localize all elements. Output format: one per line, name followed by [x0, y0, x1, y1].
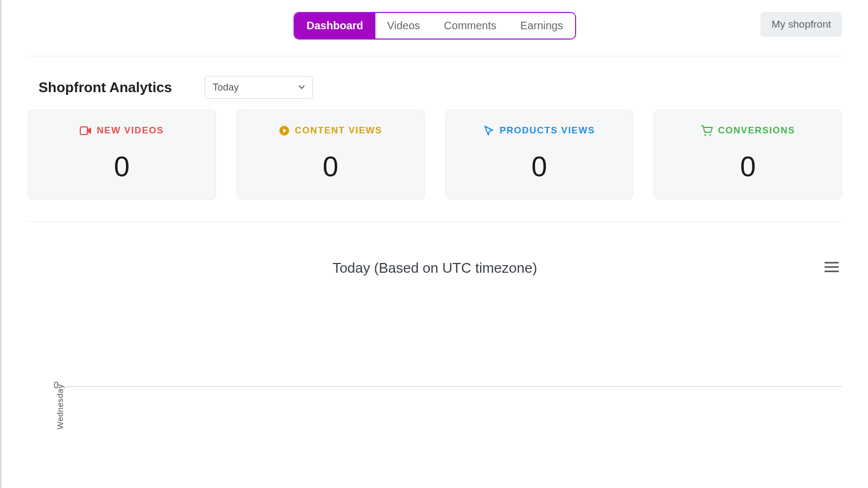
card-conversions-head: CONVERSIONS: [660, 125, 836, 136]
hamburger-icon: [825, 261, 839, 273]
video-camera-icon: [80, 126, 92, 135]
chart-title: Today (Based on UTC timezone): [28, 260, 842, 277]
svg-rect-4: [825, 262, 839, 264]
my-shopfront-button[interactable]: My shopfront: [761, 12, 842, 37]
card-products-views-label: PRODUCTS VIEWS: [500, 125, 595, 136]
svg-point-2: [704, 134, 706, 136]
cart-icon: [701, 125, 713, 136]
card-new-videos: NEW VIDEOS 0: [28, 110, 216, 200]
card-products-views-value: 0: [451, 150, 628, 183]
tab-dashboard[interactable]: Dashboard: [295, 13, 375, 38]
card-conversions-label: CONVERSIONS: [718, 125, 795, 136]
chart-menu-button[interactable]: [825, 261, 839, 275]
card-content-views-label: CONTENT VIEWS: [295, 125, 382, 136]
stat-cards: NEW VIDEOS 0 CONTENT VIEWS 0: [28, 110, 842, 221]
svg-rect-5: [825, 266, 839, 268]
cursor-icon: [483, 125, 494, 136]
card-new-videos-label: NEW VIDEOS: [97, 125, 164, 136]
svg-rect-0: [80, 127, 87, 134]
tab-videos[interactable]: Videos: [375, 13, 432, 38]
tab-group: Dashboard Videos Comments Earnings: [293, 12, 576, 40]
card-products-views-head: PRODUCTS VIEWS: [451, 125, 628, 136]
tab-earnings[interactable]: Earnings: [508, 13, 575, 38]
chart-area: Wednesday 0: [28, 304, 842, 488]
card-conversions: CONVERSIONS 0: [654, 110, 842, 200]
card-new-videos-value: 0: [34, 150, 210, 183]
chart-y-axis-label: Wednesday: [55, 384, 65, 429]
svg-rect-6: [825, 271, 839, 272]
card-new-videos-head: NEW VIDEOS: [34, 125, 210, 136]
card-content-views-head: CONTENT VIEWS: [242, 125, 419, 136]
top-bar: Dashboard Videos Comments Earnings My sh…: [28, 0, 842, 56]
card-conversions-value: 0: [660, 150, 836, 183]
card-content-views-value: 0: [242, 150, 419, 183]
svg-point-3: [709, 134, 711, 136]
analytics-header: Shopfront Analytics Today: [28, 56, 842, 110]
play-circle-icon: [279, 125, 290, 136]
period-select[interactable]: Today: [205, 76, 313, 99]
card-products-views: PRODUCTS VIEWS 0: [445, 110, 634, 200]
chart-y-tick: 0: [54, 381, 59, 390]
tab-comments[interactable]: Comments: [432, 13, 508, 38]
chart-gridline: [66, 386, 842, 387]
card-content-views: CONTENT VIEWS 0: [237, 110, 425, 200]
chart-section: Today (Based on UTC timezone) Wednesday …: [28, 221, 842, 488]
analytics-title: Shopfront Analytics: [39, 79, 172, 96]
